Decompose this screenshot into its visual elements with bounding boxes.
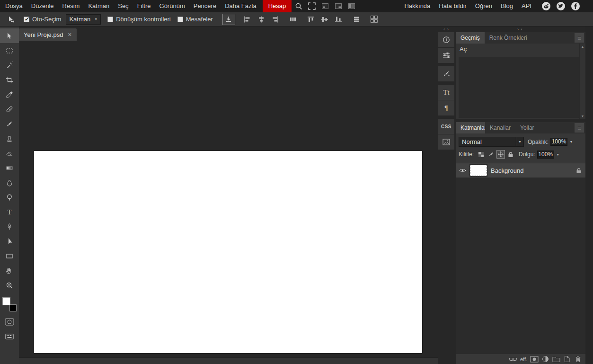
layer-thumbnail[interactable]	[470, 165, 487, 176]
tab-gecmis[interactable]: Geçmiş	[456, 32, 485, 44]
foreground-color-swatch[interactable]	[2, 297, 10, 305]
window-layout-icon-3[interactable]	[345, 0, 358, 12]
tool-eraser[interactable]	[0, 146, 19, 160]
image-panel-icon[interactable]	[438, 134, 454, 150]
new-folder-icon[interactable]	[551, 355, 561, 364]
menu-daha-fazla[interactable]: Daha Fazla	[221, 0, 260, 12]
transform-controls-checkbox[interactable]	[107, 17, 113, 22]
align-bottom-icon[interactable]	[333, 14, 344, 25]
lock-pixels-icon[interactable]	[487, 150, 495, 159]
distances-checkbox[interactable]	[177, 17, 183, 22]
tab-katmanlar[interactable]: Katmanlar	[456, 122, 485, 133]
new-layer-icon[interactable]	[562, 355, 572, 364]
tool-hand[interactable]	[0, 263, 19, 278]
align-top-icon[interactable]	[305, 14, 317, 25]
align-center-horizontal-icon[interactable]	[256, 14, 267, 25]
distribute-vertical-icon[interactable]	[351, 14, 362, 25]
menu-katman[interactable]: Katman	[84, 0, 114, 12]
tool-crop[interactable]	[0, 72, 19, 87]
menu-filtre[interactable]: Filtre	[133, 0, 155, 12]
window-layout-icon-2[interactable]	[332, 0, 345, 12]
menu-sec[interactable]: Seç	[114, 0, 133, 12]
collapse-panel-handle[interactable]: › ‹	[456, 27, 585, 32]
search-icon[interactable]	[292, 0, 305, 12]
reddit-icon[interactable]	[542, 2, 550, 10]
tool-brush[interactable]	[0, 116, 19, 131]
auto-select-option[interactable]: ✓ Oto-Seçim	[24, 16, 61, 23]
tool-type[interactable]: T	[0, 204, 19, 219]
tool-zoom[interactable]	[0, 278, 19, 293]
grid-icon[interactable]	[369, 14, 380, 25]
menu-blog[interactable]: Blog	[496, 0, 517, 12]
opacity-value[interactable]: 100%	[550, 138, 567, 146]
opacity-slider-icon[interactable]: ▼	[567, 140, 575, 143]
fill-slider-icon[interactable]: ▼	[554, 153, 562, 156]
css-panel-icon[interactable]: CSS	[438, 119, 454, 134]
distances-option[interactable]: Mesafeler	[177, 16, 213, 23]
canvas[interactable]	[34, 151, 422, 353]
link-layers-icon[interactable]	[508, 355, 518, 364]
character-panel-icon[interactable]: Tt	[438, 85, 454, 100]
fullscreen-icon[interactable]	[306, 0, 318, 12]
menu-hata-bildir[interactable]: Hata bildir	[434, 0, 471, 12]
history-entry-open[interactable]: Aç	[456, 44, 585, 53]
tab-renk-ornekleri[interactable]: Renk Örnekleri	[485, 32, 532, 44]
tool-spot-healing[interactable]	[0, 102, 19, 116]
adjustment-layer-icon[interactable]	[540, 355, 550, 364]
color-swatches[interactable]	[2, 297, 17, 311]
add-mask-icon[interactable]	[530, 355, 539, 364]
collapse-strip-handle[interactable]: ‹ ›	[438, 27, 454, 32]
document-tab[interactable]: Yeni Proje.psd ×	[19, 28, 77, 41]
panel-menu-icon[interactable]: ≡	[575, 33, 584, 43]
layer-lock-icon[interactable]	[576, 168, 582, 174]
info-icon[interactable]	[438, 32, 454, 47]
delete-layer-icon[interactable]	[573, 355, 583, 364]
auto-select-target-dropdown[interactable]: Katman ▼	[66, 14, 101, 25]
tool-rectangle-select[interactable]	[0, 43, 19, 58]
tool-pen[interactable]	[0, 219, 19, 234]
tool-blur[interactable]	[0, 175, 19, 190]
tool-gradient[interactable]	[0, 160, 19, 175]
tab-yollar[interactable]: Yollar	[515, 122, 539, 133]
align-right-icon[interactable]	[269, 14, 281, 25]
menu-api[interactable]: API	[517, 0, 536, 12]
close-tab-icon[interactable]: ×	[68, 31, 71, 38]
quick-mask-icon[interactable]	[0, 314, 19, 329]
menu-dosya[interactable]: Dosya	[1, 0, 27, 12]
properties-icon[interactable]	[438, 48, 454, 63]
facebook-icon[interactable]	[571, 2, 580, 10]
tool-eyedropper[interactable]	[0, 87, 19, 102]
distribute-horizontal-icon[interactable]	[287, 14, 299, 25]
transform-controls-option[interactable]: Dönüşüm kontrolleri	[107, 16, 171, 23]
tool-move[interactable]	[0, 28, 19, 43]
menu-duzenle[interactable]: Düzenle	[27, 0, 58, 12]
menu-ogren[interactable]: Öğren	[471, 0, 496, 12]
scroll-up-icon[interactable]: ▲	[581, 45, 584, 48]
menu-pencere[interactable]: Pencere	[189, 0, 221, 12]
layer-effects-button[interactable]: eff.	[519, 356, 528, 362]
account-button[interactable]: Hesap	[263, 0, 292, 12]
fill-value[interactable]: 100%	[537, 151, 554, 159]
lock-all-icon[interactable]	[506, 150, 515, 159]
align-middle-icon[interactable]	[319, 14, 330, 25]
twitter-icon[interactable]	[557, 2, 565, 10]
menu-resim[interactable]: Resim	[58, 0, 84, 12]
auto-select-checkbox[interactable]: ✓	[24, 17, 29, 22]
window-layout-icon-1[interactable]	[319, 0, 331, 12]
scroll-down-icon[interactable]: ▼	[581, 115, 584, 118]
brush-panel-icon[interactable]	[438, 66, 454, 81]
visibility-eye-icon[interactable]	[459, 168, 466, 173]
background-color-swatch[interactable]	[9, 304, 17, 311]
tab-kanallar[interactable]: Kanallar	[485, 122, 515, 133]
layer-row-background[interactable]: Background	[456, 163, 585, 178]
tool-clone-stamp[interactable]	[0, 131, 19, 146]
lock-position-icon[interactable]	[496, 150, 505, 159]
menu-hakkinda[interactable]: Hakkında	[400, 0, 434, 12]
tool-rectangle[interactable]	[0, 249, 19, 263]
history-scrollbar[interactable]: ▲ ▼	[579, 44, 585, 119]
download-arrow-button[interactable]	[222, 14, 235, 25]
menu-gorunum[interactable]: Görünüm	[155, 0, 189, 12]
tool-magic-wand[interactable]	[0, 58, 19, 72]
tool-dodge[interactable]	[0, 190, 19, 204]
blend-mode-select[interactable]: Normal ▼	[459, 137, 524, 147]
